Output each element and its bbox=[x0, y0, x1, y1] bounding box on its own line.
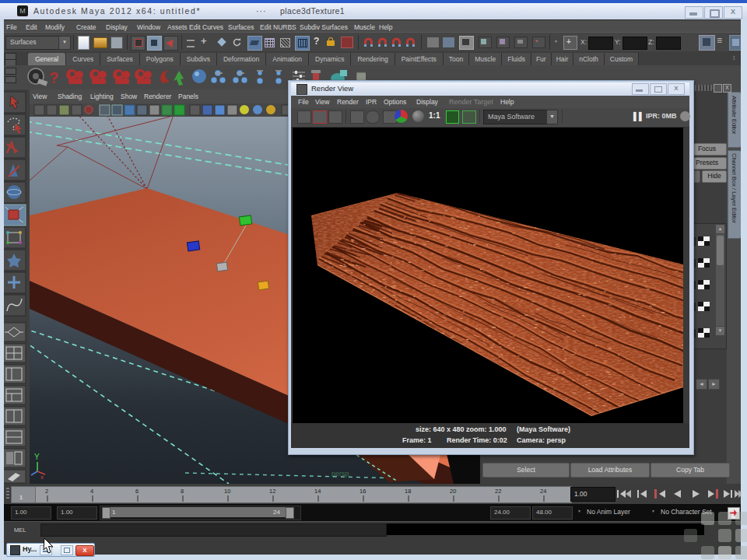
svg-text:4: 4 bbox=[90, 488, 93, 495]
svg-text:x: x bbox=[40, 474, 44, 481]
svg-text:18: 18 bbox=[405, 488, 411, 495]
svg-text:20: 20 bbox=[450, 488, 456, 495]
svg-text:24: 24 bbox=[540, 488, 546, 495]
svg-text:2: 2 bbox=[45, 488, 48, 495]
svg-text:14: 14 bbox=[314, 488, 321, 495]
svg-text:Y: Y bbox=[34, 453, 40, 461]
svg-text:12: 12 bbox=[269, 488, 275, 495]
svg-text:6: 6 bbox=[135, 488, 139, 495]
svg-text:10: 10 bbox=[224, 488, 230, 495]
svg-text:22: 22 bbox=[495, 488, 501, 495]
svg-text:8: 8 bbox=[181, 488, 184, 495]
svg-text:?: ? bbox=[49, 69, 58, 86]
svg-text:16: 16 bbox=[359, 488, 366, 495]
svg-text:persp: persp bbox=[331, 470, 349, 478]
